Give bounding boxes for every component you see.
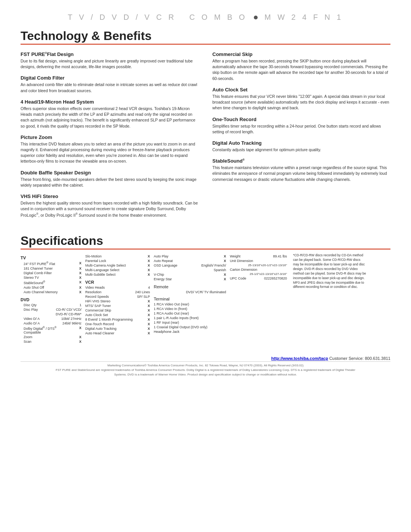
specs-row: Auto Clock SetX xyxy=(85,313,150,317)
footer-url-link[interactable]: http://www.toshiba.com/tacp xyxy=(271,356,328,361)
specs-row: V-ChipX xyxy=(154,272,226,277)
feature-digital-comb-body: An advanced comb filter able to eliminat… xyxy=(21,82,199,93)
specs-row: ZoomX xyxy=(21,335,81,339)
feature-fst-pure: FST PURE®Flat Design Due to its flat des… xyxy=(21,51,199,70)
specs-row: Video Heads4 xyxy=(85,285,150,290)
specs-row: 181 Channel TunerX xyxy=(21,266,81,271)
feature-digital-comb-title: Digital Comb Filter xyxy=(21,75,199,81)
footer-customer-service: Customer Service: 800.631.3811 xyxy=(329,356,390,361)
footer: http://www.toshiba.com/tacp Customer Ser… xyxy=(0,353,411,380)
footer-legal-line-1: Marketing Communications© Toshiba Americ… xyxy=(41,363,370,368)
feature-picture-zoom-body: This interactive DVD feature allows you … xyxy=(21,141,199,165)
specs-row: Carton Dimension xyxy=(230,267,287,272)
specs-row: Auto Shut OffX xyxy=(21,285,81,290)
footer-legal: Marketing Communications© Toshiba Americ… xyxy=(21,361,390,380)
specs-row: Auto Channel MemoryX xyxy=(21,290,81,294)
specs-cat-tv: TV xyxy=(21,256,81,260)
specs-row: MTS/ SAP TunerX xyxy=(85,304,150,308)
feature-digital-auto-tracking: Digital Auto Tracking Constantly adjusts… xyxy=(212,140,390,153)
header-dot xyxy=(254,16,258,19)
specs-row: Parental LockX xyxy=(85,259,150,263)
specs-row: 1 Coaxial Digital Output (DVD only) xyxy=(154,325,226,329)
feature-commercial-skip-title: Commercial Skip xyxy=(212,51,390,57)
specs-divider xyxy=(21,249,390,249)
specs-row: 24" FST PURE® FlatX xyxy=(21,261,81,266)
specs-row: Energy StarX xyxy=(154,277,226,281)
specs-row: 1 RF Input (rear) xyxy=(154,320,226,325)
specs-row: DVD/ VCR/ TV Illuminated xyxy=(154,290,226,294)
specs-row: DVD-R/ CD-RW* xyxy=(21,312,81,316)
technology-divider xyxy=(21,44,390,45)
feature-digital-auto-tracking-title: Digital Auto Tracking xyxy=(212,140,390,146)
specs-row: 25-13/16"x20-1/2"x22-13/16" xyxy=(230,263,287,267)
technology-right-col: Commercial Skip After a program has been… xyxy=(212,51,390,223)
specs-row: One-Touch RecordX xyxy=(85,322,150,326)
footer-legal-line-2: FST PURE and StableSound are registered … xyxy=(41,368,370,372)
feature-auto-clock-body: This feature ensures that your VCR never… xyxy=(212,94,390,111)
specifications-section: Specifications TV 24" FST PURE® FlatX 18… xyxy=(0,234,411,344)
feature-fst-pure-body: Due to its flat design, viewing angle an… xyxy=(21,58,199,70)
specs-row: Audio D/ A24bit/ 96kHz xyxy=(21,321,81,326)
specs-row: Video D/ A10bit/ 27mHz xyxy=(21,316,81,321)
specs-cat-vcr: VCR xyxy=(85,280,150,284)
specs-row: 1 pair L-R Audio Inputs (front) xyxy=(154,316,226,320)
specs-col-3: Auto PlayX Auto RepeatX OSD LanguageEngl… xyxy=(154,253,230,344)
specs-row: Auto PlayX xyxy=(154,254,226,259)
specs-row: OSD LanguageEnglish/ French/ xyxy=(154,263,226,268)
specs-row: HiFi VHS StereoX xyxy=(85,299,150,304)
feature-auto-clock: Auto Clock Set This feature ensures that… xyxy=(212,87,390,111)
footer-url: http://www.toshiba.com/tacp Customer Ser… xyxy=(0,353,411,361)
specs-row: 29-1/2"x22-13/16"x27-3/16" xyxy=(230,272,287,276)
specs-row: Auto Head CleanerX xyxy=(85,331,150,335)
specs-row: Commercial SkipX xyxy=(85,308,150,313)
feature-fst-pure-title: FST PURE®Flat Design xyxy=(21,51,199,57)
specs-row: Resolution240 Lines xyxy=(85,290,150,294)
page: T V / D V D / V C R C O M B O M W 2 4 F … xyxy=(0,0,411,532)
specs-cat-dvd: DVD xyxy=(21,297,81,302)
specs-row: Disc PlayCD-R/ CD/ VCD/ xyxy=(21,307,81,312)
technology-content: FST PURE®Flat Design Due to its flat des… xyxy=(0,51,411,223)
feature-digital-auto-tracking-body: Constantly adjusts tape alignment for op… xyxy=(212,147,390,153)
specs-row: Multi-Camera Angle SelectX xyxy=(85,263,150,268)
specs-row: Digital Comb FilterX xyxy=(21,271,81,275)
feature-one-touch-body: Simplifies timer setup for recording wit… xyxy=(212,123,390,135)
feature-double-baffle-title: Double Baffle Speaker Design xyxy=(21,170,199,176)
feature-double-baffle-body: These front-firing, side-mounted speaker… xyxy=(21,177,199,188)
specs-row: StableSound®X xyxy=(21,280,81,285)
feature-head-system-title: 4 Head/19-Micron Head System xyxy=(21,99,199,105)
specs-row: Headphone Jack xyxy=(154,329,226,334)
feature-double-baffle: Double Baffle Speaker Design These front… xyxy=(21,170,199,188)
specs-cat-terminal: Terminal xyxy=(154,297,226,301)
header-tv-dvd-vcr: T V / D V D / V C R C O M B O xyxy=(68,13,247,21)
specs-row-auto-repeat: Auto RepeatX xyxy=(154,259,226,263)
feature-stablesound-body: This feature maintains television volume… xyxy=(212,165,390,182)
specs-row: Digital Auto TrackingX xyxy=(85,326,150,331)
feature-commercial-skip: Commercial Skip After a program has been… xyxy=(212,51,390,81)
feature-vhs-hifi-body: Delivers the highest quality stereo soun… xyxy=(21,200,199,218)
specs-col-1: TV 24" FST PURE® FlatX 181 Channel Tuner… xyxy=(21,253,85,344)
feature-one-touch-title: One-Touch Record xyxy=(212,117,390,122)
feature-head-system-body: Offers superior slow motion effects over… xyxy=(21,106,199,129)
feature-picture-zoom: Picture Zoom This interactive DVD featur… xyxy=(21,134,199,165)
technology-section: Technology & Benefits FST PURE®Flat Desi… xyxy=(0,29,411,223)
specs-row: Weight89.41 lbs xyxy=(230,254,287,259)
footer-legal-line-3: Systems. DVD is a trademark of Warner Ho… xyxy=(41,372,370,377)
technology-title: Technology & Benefits xyxy=(0,29,411,43)
specs-note: *CD-R/CD-RW discs recorded by CD-DA meth… xyxy=(291,253,367,344)
feature-stablesound: StableSound® This feature maintains tele… xyxy=(212,158,390,182)
feature-auto-clock-title: Auto Clock Set xyxy=(212,87,390,93)
specs-col-2: Slo-MotionX Parental LockX Multi-Camera … xyxy=(85,253,154,344)
specs-title: Specifications xyxy=(0,234,411,248)
specs-row: Disc Qty1 xyxy=(21,303,81,307)
specs-row: Dolby Digital® / DTS® CompatibleX xyxy=(21,326,81,335)
specs-row: Multi-Language SelectX xyxy=(85,268,150,272)
technology-left-col: FST PURE®Flat Design Due to its flat des… xyxy=(21,51,199,223)
header: T V / D V D / V C R C O M B O M W 2 4 F … xyxy=(0,0,411,29)
specs-row: Slo-MotionX xyxy=(85,254,150,259)
specs-row: 1 RCA Audio Out (rear) xyxy=(154,311,226,316)
specs-row: 1 RCA Video In (front) xyxy=(154,307,226,311)
specs-row: UPC Code022265270820 xyxy=(230,276,287,281)
specs-row: Stereo TVX xyxy=(21,275,81,280)
specs-row: 8 Event/ 1 Month ProgrammingX xyxy=(85,317,150,322)
specs-row: Multi-Subtitle SelectX xyxy=(85,272,150,277)
